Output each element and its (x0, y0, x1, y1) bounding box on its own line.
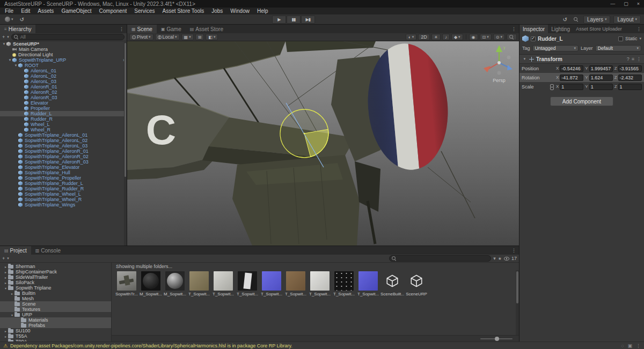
asset-item[interactable]: T_Sopwit... (310, 271, 330, 296)
tree-arrow[interactable]: ▸ (3, 270, 8, 274)
foldout-arrow[interactable]: ▼ (13, 64, 18, 67)
thumbnail-size-slider[interactable] (480, 338, 513, 339)
menu-item-edit[interactable]: Edit (17, 8, 34, 14)
scale-link-icon[interactable] (549, 84, 554, 90)
maximize-button[interactable]: ▢ (624, 1, 628, 6)
unity-search-button[interactable] (572, 17, 580, 23)
position-y-field[interactable]: 1.999457 (589, 65, 613, 72)
position-z-field[interactable]: -3.91565 (618, 65, 642, 72)
package-visibility-icon[interactable] (504, 257, 509, 261)
undo-history-button[interactable]: ↺ (18, 16, 26, 23)
inspector-menu-icon[interactable]: ⋮ (636, 26, 641, 32)
tab-project[interactable]: ▤ Project (0, 246, 31, 255)
hierarchy-item[interactable]: SopwithTriplane_AileronR_02 (0, 154, 127, 159)
project-search-field[interactable] (389, 255, 491, 262)
tab-hierarchy[interactable]: ≡ Hierarchy (0, 25, 35, 33)
tab-asset-store-uploader[interactable]: Asset Store Uploader (573, 25, 625, 33)
status-message[interactable]: Dependency asset Packages/com.unity.rend… (10, 343, 618, 348)
hierarchy-item[interactable]: SopwithTriplane_Rudder_L (0, 181, 127, 186)
tab-lighting[interactable]: Lighting (548, 25, 573, 33)
project-grid-scrollbar[interactable] (516, 270, 519, 335)
hierarchy-item[interactable]: SopwithTriplane_AileronL_03 (0, 143, 127, 148)
tree-arrow[interactable]: ▸ (3, 276, 8, 279)
hierarchy-search-input[interactable] (20, 34, 122, 40)
hierarchy-item[interactable]: ▼ROOT (0, 63, 127, 68)
hierarchy-item[interactable]: SopwithTriplane_Hull (0, 170, 127, 175)
tree-arrow[interactable]: ▸ (3, 265, 8, 269)
hierarchy-item[interactable]: Rudder_L (0, 111, 127, 116)
asset-item[interactable]: T_Sopwit... (334, 271, 354, 296)
position-x-field[interactable]: -0.54246 (560, 65, 583, 72)
tool-handle-rotation-dropdown[interactable]: Local ▾ (155, 34, 180, 40)
menu-item-component[interactable]: Component (96, 8, 131, 14)
project-folder[interactable]: ▸Sherman (0, 264, 111, 269)
hierarchy-item[interactable]: SopwithTriplane_Wheel_R (0, 197, 127, 202)
play-button[interactable]: ▶ (272, 16, 286, 24)
project-folder[interactable]: ▸T55A (0, 333, 111, 339)
project-folder[interactable]: ▸T90A (0, 339, 111, 341)
tree-arrow[interactable]: ▾ (10, 313, 14, 317)
tree-arrow[interactable]: ▸ (3, 329, 8, 333)
camera-overlay-dropdown[interactable]: ⊡ ▾ (480, 34, 492, 40)
menu-item-services[interactable]: Services (130, 8, 158, 14)
hierarchy-item[interactable]: SopwithTriplane_Elevator (0, 165, 127, 170)
project-folder[interactable]: ▸SiloPack (0, 280, 111, 285)
asset-item[interactable]: T_Sopwit... (189, 271, 209, 296)
static-checkbox[interactable] (618, 36, 623, 41)
project-search-input[interactable] (398, 256, 488, 261)
project-folder[interactable]: ▸BuiltIn (0, 291, 111, 296)
tab-console[interactable]: ▥ Console (31, 246, 65, 255)
title-bar[interactable]: AssetStoreURP - SceneURP - Windows, Mac,… (0, 0, 644, 8)
tree-arrow[interactable]: ▸ (3, 335, 8, 338)
hierarchy-item[interactable]: AileronR_02 (0, 90, 127, 95)
asset-item[interactable]: T_Sopwit... (238, 271, 257, 296)
hierarchy-item[interactable]: ▼SopwithTriplane_URP› (0, 57, 127, 63)
project-folder[interactable]: Scene (0, 301, 111, 307)
scale-x-field[interactable]: 1 (560, 84, 583, 90)
scale-z-field[interactable]: 1 (618, 84, 642, 90)
hidden-objects-toggle[interactable]: ◉ (469, 34, 478, 40)
layer-dropdown[interactable]: Default ▾ (595, 45, 641, 51)
object-name[interactable]: Rudder_L (538, 36, 616, 42)
scene-search-button[interactable] (507, 34, 517, 40)
rotation-z-field[interactable]: -2.432 (618, 75, 642, 81)
hierarchy-item[interactable]: SopwithTriplane_Wings (0, 202, 127, 207)
hierarchy-item[interactable]: ▼SceneURP* (0, 41, 127, 47)
pause-button[interactable]: ▮▮ (287, 16, 301, 24)
tree-arrow[interactable]: ▸ (3, 340, 8, 342)
asset-item[interactable]: T_Sopwit... (262, 271, 281, 296)
hierarchy-item[interactable]: Directional Light (0, 52, 127, 57)
project-folder[interactable]: Prefabs (0, 323, 111, 328)
hierarchy-item[interactable]: Propeller (0, 106, 127, 111)
tab-inspector[interactable]: Inspector (519, 25, 548, 33)
hierarchy-item[interactable]: SopwithTriplane_Wheel_L (0, 191, 127, 197)
project-folder[interactable]: ▸SU100 (0, 328, 111, 333)
hierarchy-item[interactable]: AileronL_02 (0, 73, 127, 79)
foldout-arrow[interactable]: ▼ (8, 58, 12, 62)
step-button[interactable]: ▶▮ (301, 16, 315, 24)
2d-toggle-button[interactable]: 2D (418, 34, 430, 40)
hierarchy-item[interactable]: Wheel_L (0, 122, 127, 127)
asset-item[interactable]: SopwithTr... (117, 271, 136, 296)
hierarchy-item[interactable]: SopwithTriplane_Propeller (0, 175, 127, 181)
scene-menu-icon[interactable]: ⋮ (511, 26, 516, 32)
project-folder[interactable]: ▸SideWallTrailer (0, 274, 111, 280)
slider-knob[interactable] (495, 337, 499, 341)
scrollbar-thumb[interactable] (516, 271, 518, 303)
tree-arrow[interactable]: ▾ (3, 286, 8, 290)
menu-item-assets[interactable]: Assets (34, 8, 57, 14)
asset-item[interactable]: T_Sopwit... (286, 271, 305, 296)
account-dropdown[interactable]: ▾ (3, 16, 15, 23)
project-folder[interactable]: ▾URP (0, 312, 111, 317)
tag-dropdown[interactable]: Untagged ▾ (532, 45, 579, 51)
project-folder[interactable]: ▾Sopwith Triplane (0, 285, 111, 291)
search-by-type-button[interactable]: ▾ (493, 256, 496, 261)
hierarchy-item[interactable]: SopwithTriplane_Rudder_R (0, 186, 127, 191)
menu-item-gameobject[interactable]: GameObject (57, 8, 95, 14)
hierarchy-item[interactable]: Main Camera (0, 47, 127, 52)
scene-audio-toggle[interactable]: ♪ (442, 34, 450, 40)
hierarchy-item[interactable]: SopwithTriplane_AileronR_03 (0, 159, 127, 165)
scene-lighting-toggle[interactable]: ☀ (431, 34, 441, 40)
add-component-button[interactable]: Add Component (550, 96, 613, 106)
asset-item[interactable]: T_Sopwit... (214, 271, 233, 296)
